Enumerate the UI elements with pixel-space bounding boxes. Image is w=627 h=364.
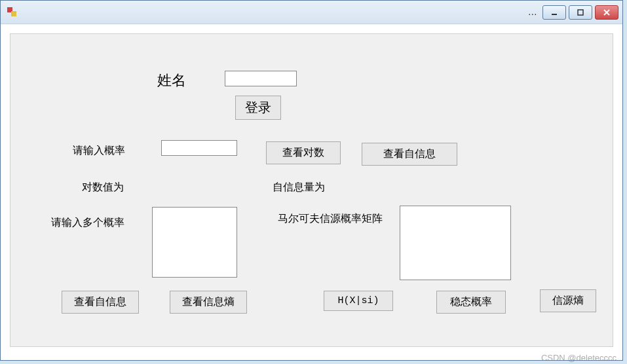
titlebar: ... (1, 1, 622, 24)
minimize-button[interactable] (542, 5, 566, 20)
name-label: 姓名 (157, 71, 186, 90)
multi-view-selfinfo-button[interactable]: 查看自信息 (62, 291, 139, 314)
view-log-button[interactable]: 查看对数 (266, 141, 341, 164)
source-entropy-button[interactable]: 信源熵 (540, 289, 596, 312)
prob-input-label: 请输入概率 (73, 144, 125, 158)
view-entropy-button[interactable]: 查看信息熵 (170, 291, 247, 314)
steady-prob-button[interactable]: 稳态概率 (436, 291, 506, 314)
multi-prob-input[interactable] (152, 207, 237, 278)
selfinfo-amount-label: 自信息量为 (273, 181, 325, 194)
app-icon (7, 7, 18, 18)
log-value-label: 对数值为 (82, 181, 124, 194)
login-button[interactable]: 登录 (235, 96, 281, 120)
minimize-icon (550, 9, 558, 16)
watermark: CSDN @deletecccc (541, 353, 617, 363)
maximize-button[interactable] (569, 5, 592, 20)
multi-prob-label: 请输入多个概率 (51, 216, 124, 230)
name-input[interactable] (225, 71, 297, 86)
app-window: ... 姓名 登录 请输入概率 查看对数 查看自信息 对数值为 自信息量为 请输… (0, 0, 623, 361)
svg-rect-1 (578, 10, 583, 15)
view-selfinfo-button[interactable]: 查看自信息 (362, 143, 457, 166)
client-area: 姓名 登录 请输入概率 查看对数 查看自信息 对数值为 自信息量为 请输入多个概… (10, 33, 613, 347)
maximize-icon (577, 9, 584, 16)
markov-input[interactable] (400, 206, 511, 280)
close-button[interactable] (595, 5, 618, 20)
close-icon (603, 9, 611, 16)
titlebar-dots: ... (529, 7, 538, 18)
hxsi-button[interactable]: H(X|si) (324, 291, 393, 311)
prob-input[interactable] (161, 140, 237, 156)
markov-label: 马尔可夫信源概率矩阵 (278, 212, 383, 226)
window-buttons (542, 5, 618, 20)
